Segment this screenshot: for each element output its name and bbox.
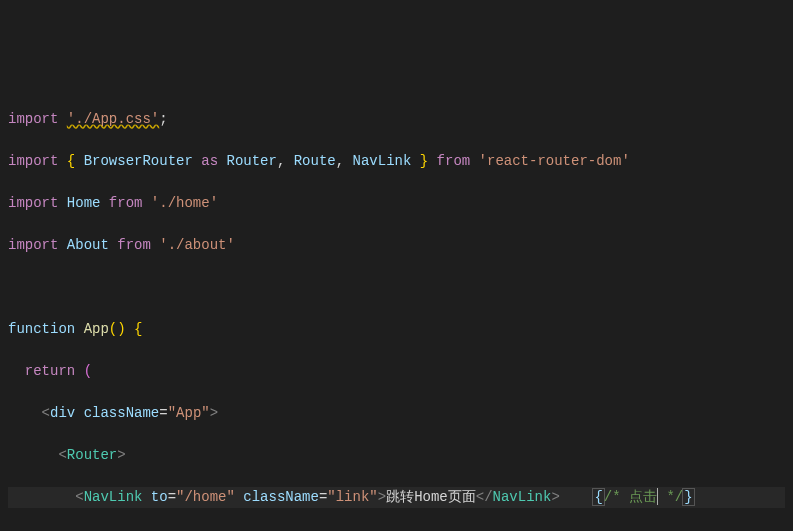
line-6[interactable]: function App() { [8,319,785,340]
text-cursor [657,488,658,505]
line-7[interactable]: return ( [8,361,785,382]
line-1[interactable]: import './App.css'; [8,109,785,130]
line-3[interactable]: import Home from './home' [8,193,785,214]
line-4[interactable]: import About from './about' [8,235,785,256]
line-8[interactable]: <div className="App"> [8,403,785,424]
code-editor[interactable]: import './App.css'; import { BrowserRout… [8,88,785,531]
line-2[interactable]: import { BrowserRouter as Router, Route,… [8,151,785,172]
line-5[interactable] [8,277,785,298]
line-10-active[interactable]: <NavLink to="/home" className="link">跳转H… [8,487,785,508]
line-9[interactable]: <Router> [8,445,785,466]
